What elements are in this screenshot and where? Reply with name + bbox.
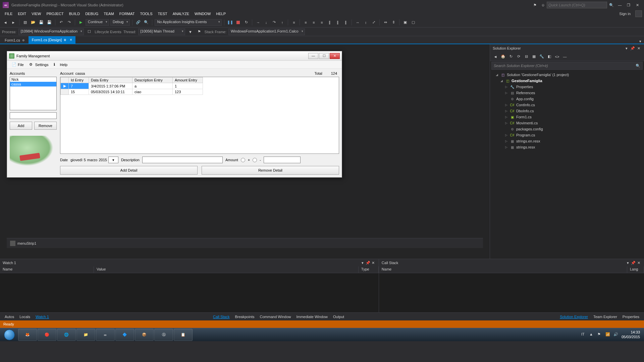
taskbar-app2[interactable]: 🔷 xyxy=(115,329,134,341)
config-dropdown[interactable]: Debug xyxy=(110,19,130,26)
pin-icon[interactable]: ⊕ xyxy=(22,39,25,42)
align-top-icon[interactable]: ‖ xyxy=(326,19,333,26)
taskbar-vs[interactable]: ∞ xyxy=(96,329,115,341)
menu-build[interactable]: BUILD xyxy=(66,11,83,16)
plus-radio[interactable] xyxy=(241,158,245,162)
sol-sync-icon[interactable]: ↻ xyxy=(507,53,514,60)
grid-col-date[interactable]: Data Entry xyxy=(89,77,132,83)
size-both-icon[interactable]: ⤢ xyxy=(370,19,377,26)
tabs-dropdown-icon[interactable]: ▾ xyxy=(639,39,641,44)
taskbar-app1[interactable]: 🌐 xyxy=(57,329,76,341)
taskbar-skype[interactable]: Ⓢ xyxy=(154,329,173,341)
list-item[interactable]: cassa xyxy=(10,82,56,86)
tree-node-properties[interactable]: ▷🔧Properties xyxy=(490,84,644,90)
tray-lang-icon[interactable]: IT xyxy=(581,332,587,338)
tab-form1-cs[interactable]: Form1.cs⊕ xyxy=(1,37,28,44)
bottab-watch1[interactable]: Watch 1 xyxy=(33,314,52,320)
tray-net-icon[interactable]: 📶 xyxy=(605,332,611,338)
callstack-content[interactable] xyxy=(379,273,644,312)
thread-flag-icon[interactable]: ⚑ xyxy=(196,28,203,35)
tray-vol-icon[interactable]: 🔊 xyxy=(613,332,619,338)
wf-menu-help[interactable]: ℹHelp xyxy=(51,62,70,68)
tree-node-dboinfo[interactable]: ▷C#DboInfo.cs xyxy=(490,108,644,114)
find-icon[interactable]: 🔍 xyxy=(143,19,150,26)
panel-pin-icon[interactable]: 📌 xyxy=(631,261,636,265)
sol-refresh-icon[interactable]: ⟳ xyxy=(515,53,522,60)
menu-window[interactable]: WINDOW xyxy=(192,11,213,16)
continue-dropdown[interactable]: Continue xyxy=(86,19,109,26)
sol-collapse-icon[interactable]: ⊟ xyxy=(523,53,530,60)
menu-format[interactable]: FORMAT xyxy=(117,11,138,16)
restore-button[interactable]: ❐ xyxy=(625,2,633,8)
bottab-properties[interactable]: Properties xyxy=(620,314,642,320)
menu-tools[interactable]: TOOLS xyxy=(137,11,155,16)
panel-pin-icon[interactable]: 📌 xyxy=(630,46,635,51)
signin-link[interactable]: Sign in xyxy=(616,11,633,16)
bring-front-icon[interactable]: ▣ xyxy=(402,19,409,26)
solution-node[interactable]: ◢◫Solution 'GestioneFamiglia' (1 project… xyxy=(490,72,644,78)
pause-icon[interactable]: ❚❚ xyxy=(227,19,233,26)
tab-form1-design[interactable]: Form1.cs [Design]⊕× xyxy=(29,36,75,44)
avatar-icon[interactable] xyxy=(635,10,642,17)
browser-link-icon[interactable]: 🔗 xyxy=(135,19,142,26)
bottab-teamexplorer[interactable]: Team Explorer xyxy=(591,314,620,320)
pin-icon[interactable]: ⊕ xyxy=(64,38,66,42)
nav-back-icon[interactable]: ◄ xyxy=(2,19,9,26)
callstack-col-name[interactable]: Name xyxy=(379,266,627,273)
description-input[interactable] xyxy=(142,157,223,163)
panel-close-icon[interactable]: ✕ xyxy=(636,261,641,265)
watch-col-value[interactable]: Value xyxy=(94,266,359,273)
tree-node-program[interactable]: ▷C#Program.cs xyxy=(490,132,644,138)
menu-edit[interactable]: EDIT xyxy=(15,11,29,16)
open-icon[interactable]: 📂 xyxy=(30,19,37,26)
panel-dropdown-icon[interactable]: ▾ xyxy=(625,261,631,265)
wf-maximize-button[interactable]: ☐ xyxy=(319,53,329,59)
continue-icon[interactable]: ▶ xyxy=(77,19,84,26)
taskbar-opera[interactable]: 🔴 xyxy=(38,329,56,341)
tree-node-appconfig[interactable]: ⚙App.config xyxy=(490,96,644,102)
close-tab-icon[interactable]: × xyxy=(70,38,72,42)
grid-row[interactable]: 15 05/03/2015 14:10:11 ciao 123 xyxy=(61,89,203,95)
menu-help[interactable]: HELP xyxy=(213,11,228,16)
sol-more-icon[interactable]: — xyxy=(561,53,568,60)
accounts-listbox[interactable]: Nick cassa xyxy=(10,77,57,110)
minus-radio[interactable] xyxy=(253,158,257,162)
remove-button[interactable]: Remove xyxy=(34,122,57,130)
hex-icon[interactable]: ≡ xyxy=(290,19,297,26)
bottab-breakpoints[interactable]: Breakpoints xyxy=(232,314,257,320)
send-back-icon[interactable]: ▢ xyxy=(410,19,417,26)
tree-node-references[interactable]: ▷▤References xyxy=(490,90,644,96)
list-item[interactable]: Nick xyxy=(10,77,56,82)
tree-node-form1[interactable]: ▷▣Form1.cs xyxy=(490,114,644,120)
sol-showall-icon[interactable]: ▦ xyxy=(531,53,537,60)
restart-icon[interactable]: ↻ xyxy=(243,19,250,26)
tree-node-strings-en[interactable]: ▷▦strings.en.resx xyxy=(490,138,644,144)
tree-node-strings[interactable]: ▷▦strings.resx xyxy=(490,144,644,150)
watch-col-name[interactable]: Name xyxy=(0,266,94,273)
quick-launch-input[interactable] xyxy=(547,2,607,8)
taskbar-app3[interactable]: 📦 xyxy=(135,329,154,341)
menu-view[interactable]: VIEW xyxy=(29,11,44,16)
bottab-callstack[interactable]: Call Stack xyxy=(210,314,232,320)
save-icon[interactable]: 💾 xyxy=(38,19,45,26)
sol-properties-icon[interactable]: 🔧 xyxy=(538,53,545,60)
form-designer-surface[interactable]: Family Management — ☐ ✕ 📄File ⚙Settings … xyxy=(0,44,490,259)
sol-home-icon[interactable]: 🏠 xyxy=(500,53,506,60)
sol-back-icon[interactable]: ◄ xyxy=(492,53,499,60)
component-menustrip[interactable]: menuStrip1 xyxy=(10,241,36,246)
grid-row[interactable]: ▶ 7 3/4/2015 1:37:06 PM a 1 xyxy=(61,83,203,89)
bottab-autos[interactable]: Autos xyxy=(2,314,17,320)
panel-close-icon[interactable]: ✕ xyxy=(371,261,376,265)
add-detail-button[interactable]: Add Detail xyxy=(60,166,198,175)
save-all-icon[interactable]: 💾 xyxy=(46,19,53,26)
spacing-h-icon[interactable]: ⇔ xyxy=(382,19,389,26)
align-left-icon[interactable]: ≡ xyxy=(302,19,309,26)
wf-close-button[interactable]: ✕ xyxy=(330,53,340,59)
menu-test[interactable]: TEST xyxy=(155,11,170,16)
thread-dropdown[interactable]: [10056] Main Thread xyxy=(138,28,185,35)
amount-input[interactable] xyxy=(264,157,301,163)
grid-col-desc[interactable]: Description Entry xyxy=(132,77,173,83)
close-button[interactable]: ✕ xyxy=(633,2,641,8)
taskbar-firefox[interactable]: 🦊 xyxy=(18,329,37,341)
step-out-icon[interactable]: ↑ xyxy=(279,19,285,26)
